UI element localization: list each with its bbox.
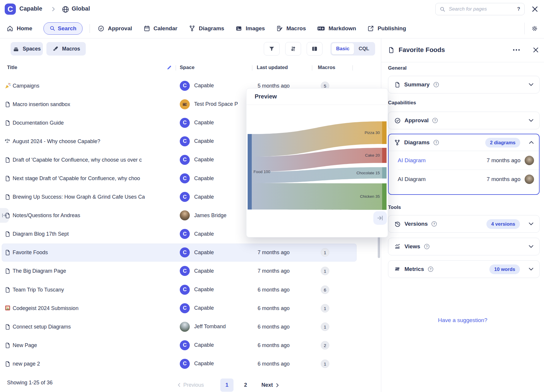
columns-icon	[311, 45, 318, 52]
page-icon	[4, 156, 11, 163]
approval-card[interactable]: Approval ?	[388, 112, 540, 129]
space-name: Capable	[194, 249, 214, 256]
space-cell[interactable]: CCapable	[180, 173, 214, 183]
diagrams-card-header[interactable]: Diagrams ? 2 diagrams	[389, 134, 539, 151]
diagram-link[interactable]: AI Diagram	[398, 176, 487, 182]
search-help-button[interactable]: ?	[517, 6, 520, 12]
space-name: Capable	[194, 194, 214, 200]
page-title[interactable]: Connect setup Diagrams	[13, 324, 71, 330]
table-row[interactable]: Connect setup DiagramsJeff Tomband6 mont…	[0, 317, 381, 336]
mode-basic-button[interactable]: Basic	[332, 43, 354, 54]
diagram-item[interactable]: AI Diagram 7 months ago	[389, 170, 539, 188]
space-cell[interactable]: James Bridge	[180, 210, 226, 220]
sankey-node-chicken	[382, 183, 387, 210]
page-icon	[4, 175, 11, 182]
page-title[interactable]: Diagram Blog 17th Sept	[13, 231, 69, 237]
table-row[interactable]: The Big Diagram PageCCapable7 months ago…	[0, 262, 381, 280]
edit-columns-icon[interactable]	[166, 65, 172, 71]
column-macros[interactable]: Macros	[318, 65, 335, 71]
space-cell[interactable]: CCapable	[180, 229, 214, 239]
svg-text:?: ?	[429, 268, 431, 271]
space-cell[interactable]: CCapable	[180, 81, 214, 91]
diagram-link[interactable]: AI Diagram	[398, 157, 487, 164]
page-title[interactable]: August 2024 - Why choose Capable?	[13, 138, 100, 144]
next-page-button[interactable]: Next	[261, 378, 279, 392]
app-logo[interactable]: C	[5, 4, 16, 15]
space-cell[interactable]: CCapable	[180, 359, 214, 369]
nav-item-publishing[interactable]: Publishing	[367, 25, 406, 32]
filter-button[interactable]	[264, 42, 280, 56]
open-in-panel-button[interactable]	[373, 211, 387, 225]
nav-item-diagrams[interactable]: Diagrams	[189, 25, 224, 32]
page-search-input[interactable]: Search for pages ?	[435, 3, 525, 15]
page-title[interactable]: Documentation Guide	[13, 120, 64, 126]
suggestion-link[interactable]: Have a suggestion?	[381, 317, 544, 324]
macros-filter-button[interactable]: Macros	[46, 42, 86, 56]
summary-card[interactable]: Summary ?	[388, 76, 540, 93]
page-1-button[interactable]: 1	[220, 378, 234, 392]
breadcrumb-section[interactable]: Global	[72, 5, 90, 12]
nav-item-home[interactable]: Home	[6, 25, 32, 32]
page-title[interactable]: New Page	[13, 342, 37, 348]
column-last-updated[interactable]: Last updated	[257, 65, 288, 71]
space-cell[interactable]: Jeff Tomband	[180, 322, 226, 332]
space-cell[interactable]: Test Prod Space P	[180, 99, 238, 109]
sort-button[interactable]	[285, 42, 301, 56]
space-name: Capable	[194, 305, 214, 311]
nav-item-calendar[interactable]: Calendar	[143, 25, 177, 32]
gear-icon[interactable]	[530, 24, 539, 33]
page-title[interactable]: new page 2	[13, 361, 40, 367]
columns-button[interactable]	[307, 42, 323, 56]
space-cell[interactable]: CCapable	[180, 155, 214, 165]
last-updated: 6 months ago	[258, 287, 290, 293]
breadcrumb-app[interactable]: Capable	[19, 5, 42, 12]
page-title[interactable]: Campaigns	[13, 83, 39, 89]
metrics-card[interactable]: Metrics ? 10 words	[388, 260, 540, 278]
page-2-button[interactable]: 2	[240, 378, 251, 392]
page-title[interactable]: Next stage Draft of 'Capable for Conflue…	[13, 175, 140, 182]
space-cell[interactable]: CCapable	[180, 303, 214, 313]
page-title[interactable]: Brewing Up Success: How Graph & Grind Ca…	[13, 194, 145, 200]
space-cell[interactable]: CCapable	[180, 136, 214, 146]
spaces-filter-button[interactable]: Spaces	[11, 42, 43, 56]
avatar: C	[180, 247, 190, 257]
nav-item-markdown[interactable]: Markdown	[317, 25, 356, 32]
nav-item-approval[interactable]: Approval	[98, 25, 132, 32]
help-icon: ?	[424, 244, 430, 249]
column-space[interactable]: Space	[180, 65, 194, 71]
table-row[interactable]: Favorite FoodsCCapable7 months ago1	[0, 243, 381, 262]
space-cell[interactable]: CCapable	[180, 247, 214, 257]
page-title[interactable]: Notes/Questions for Andreas	[13, 212, 80, 219]
space-name: Capable	[194, 268, 214, 274]
panel-close-icon[interactable]	[532, 46, 539, 53]
versions-card[interactable]: Versions ? 4 versions	[388, 215, 540, 233]
nav-item-macros[interactable]: Macros	[276, 25, 306, 32]
table-row[interactable]: New PageCCapable6 months ago2	[0, 336, 381, 354]
table-row[interactable]: new page 2CCapable6 months ago1	[0, 354, 381, 373]
column-title[interactable]: Title	[7, 65, 17, 71]
space-cell[interactable]: CCapable	[180, 192, 214, 202]
mode-cql-button[interactable]: CQL	[354, 46, 374, 52]
views-card[interactable]: Views ?	[388, 238, 540, 255]
chevron-up-icon	[529, 141, 534, 144]
nav-item-search[interactable]: Search	[43, 22, 83, 35]
space-cell[interactable]: CCapable	[180, 285, 214, 295]
page-title[interactable]: Favorite Foods	[13, 249, 48, 256]
previous-page-button[interactable]: Previous	[177, 378, 204, 391]
page-title[interactable]: Draft of 'Capable for Confluence, why ch…	[13, 157, 142, 163]
close-icon[interactable]	[531, 5, 539, 13]
nav-item-images[interactable]: Images	[235, 25, 265, 32]
space-cell[interactable]: CCapable	[180, 118, 214, 128]
page-title[interactable]: Macro insertion sandbox	[13, 101, 70, 107]
table-row[interactable]: Codegeist 2024 SubmissionCCapable6 month…	[0, 299, 381, 317]
table-row[interactable]: Team Trip To TuscanyCCapable6 months ago…	[0, 280, 381, 299]
diagram-item[interactable]: AI Diagram 7 months ago	[389, 151, 539, 170]
more-options-icon[interactable]	[513, 49, 520, 51]
page-title[interactable]: Codegeist 2024 Submission	[13, 305, 78, 311]
space-cell[interactable]: CCapable	[180, 266, 214, 276]
page-title[interactable]: The Big Diagram Page	[13, 268, 66, 274]
space-cell[interactable]: CCapable	[180, 340, 214, 350]
last-updated: 6 months ago	[258, 324, 290, 330]
page-icon	[4, 249, 11, 256]
page-title[interactable]: Team Trip To Tuscany	[13, 287, 64, 293]
